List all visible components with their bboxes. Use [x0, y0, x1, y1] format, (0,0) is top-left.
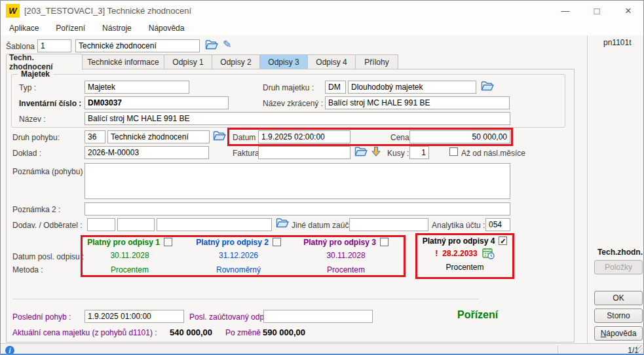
analytika-uctu-label: Analytika účtu :: [432, 221, 485, 230]
odpisy-1-date: 30.11.2028: [110, 251, 149, 260]
dodavatel-folder-icon[interactable]: [276, 217, 289, 229]
odpisy-column-2: Platný pro odpisy 2 31.12.2026 Rovnoměrn…: [189, 237, 288, 274]
aktualni-cena-value: 540 000,00: [170, 327, 212, 337]
po-zmene-value: 590 000,00: [263, 327, 305, 337]
tab-technicke-informace[interactable]: Technické informace: [82, 54, 164, 69]
analytika-uctu-input[interactable]: [485, 218, 510, 231]
sablona-name-input[interactable]: [75, 39, 200, 52]
majetek-group-label: Majetek: [18, 69, 53, 79]
calendar-clock-icon[interactable]: [482, 248, 495, 259]
az-od-mesice-checkbox[interactable]: [449, 147, 458, 156]
page-code: pn1101t: [603, 38, 632, 47]
odpisy-column-1: Platný pro odpisy 1 30.11.2028 Procentem: [81, 237, 179, 274]
menu-porizeni[interactable]: Pořízení: [47, 20, 94, 35]
posledni-pohyb-input[interactable]: [85, 310, 184, 323]
tab-odpisy-1[interactable]: Odpisy 1: [164, 54, 212, 69]
typ-input[interactable]: [85, 81, 189, 94]
app-logo-icon: W: [6, 4, 20, 18]
polozky-button[interactable]: Položky: [594, 260, 643, 274]
odpisy-1-label: Platný pro odpisy 1: [87, 238, 160, 247]
window-title: [203_TESTOVACI_3] Technické zhodnocení: [24, 6, 191, 16]
odpisy-2-checkbox[interactable]: [273, 238, 281, 246]
status-bar-separator: [558, 345, 558, 354]
dodavatel-input-2[interactable]: [117, 218, 155, 231]
typ-label: Typ :: [19, 83, 36, 92]
close-button[interactable]: ✕: [618, 3, 639, 18]
datum-label: Datum :: [233, 133, 260, 142]
odpisy-4-label: Platný pro odpisy 4: [423, 236, 495, 246]
odpisy-2-label: Platný pro odpisy 2: [196, 238, 269, 247]
kusy-label: Kusy :: [387, 149, 409, 158]
template-open-folder-icon[interactable]: [205, 39, 218, 50]
menu-nastroje[interactable]: Nástroje: [94, 20, 140, 35]
side-panel-section-label: Tech.zhodn.: [589, 248, 643, 257]
nazev-label: Název :: [19, 115, 46, 124]
odpisy-4-checkbox[interactable]: ✓: [499, 236, 507, 245]
posledni-pohyb-label: Poslední pohyb :: [12, 312, 71, 322]
az-od-mesice-label: Až od násl.měsíce: [461, 149, 525, 158]
menu-napoveda[interactable]: Nápověda: [140, 20, 193, 35]
maximize-button[interactable]: □: [586, 3, 607, 18]
dodavatel-input-1[interactable]: [87, 218, 115, 231]
odpisy-3-method: Procentem: [327, 265, 365, 274]
odpisy-column-4: Platný pro odpisy 4 ✓ ! 28.2.2033 Procen…: [418, 236, 512, 272]
odpisy-3-date: 30.11.2028: [326, 251, 365, 260]
napoveda-button[interactable]: Nápověda: [594, 326, 643, 341]
cena-input[interactable]: [409, 130, 510, 143]
tab-techn-zhodnoceni[interactable]: Techn. zhodnocení: [6, 54, 83, 69]
tab-odpisy-4[interactable]: Odpisy 4: [307, 54, 356, 69]
application-window: W [203_TESTOVACI_3] Technické zhodnocení…: [0, 0, 644, 355]
posl-zauctovany-odpis-label: Posl. zaúčtovaný odpis :: [189, 312, 274, 322]
druh-majetku-name-input[interactable]: [348, 81, 476, 94]
druh-pohybu-folder-icon[interactable]: [213, 130, 226, 141]
aktualni-cena-label: Aktuální cena majetku (z pohybů d1101) :: [12, 328, 157, 337]
druh-pohybu-label: Druh pohybu:: [12, 133, 60, 142]
tab-strip: Techn. zhodnocení Technické informace Od…: [6, 54, 398, 69]
side-panel-divider: [587, 35, 588, 343]
nazev-zkraceny-input[interactable]: [325, 96, 510, 109]
odpisy-2-method: Rovnoměrný: [216, 265, 261, 274]
doklad-label: Doklad :: [12, 149, 41, 158]
minimize-button[interactable]: —: [555, 3, 576, 18]
faktura-input[interactable]: [258, 146, 350, 159]
jine-datum-label: Jiné datum zaúčt. :: [292, 221, 358, 230]
nazev-input[interactable]: [85, 112, 510, 125]
datum-posl-odpisu-label: Datum posl. odpisu :: [12, 252, 84, 261]
odpisy-3-checkbox[interactable]: [380, 238, 388, 246]
metoda-label: Metoda :: [12, 265, 43, 274]
inventarni-cislo-input[interactable]: [85, 96, 229, 109]
import-download-arrow-icon[interactable]: [371, 146, 381, 157]
tab-prilohy[interactable]: Přílohy: [355, 54, 398, 69]
porizeni-status-label: Pořízení: [457, 309, 498, 321]
info-icon[interactable]: i: [5, 346, 14, 355]
faktura-folder-icon[interactable]: [354, 146, 368, 157]
druh-majetku-folder-icon[interactable]: [481, 81, 494, 92]
napoveda-button-label: Nápověda: [601, 329, 637, 338]
edit-pencil-icon[interactable]: ✎: [223, 38, 231, 50]
druh-pohybu-name-input[interactable]: [107, 130, 210, 143]
druh-pohybu-code-input[interactable]: [85, 130, 105, 143]
druh-majetku-code-input[interactable]: [325, 81, 346, 94]
tab-odpisy-2[interactable]: Odpisy 2: [212, 54, 260, 69]
odpisy-1-checkbox[interactable]: [164, 238, 172, 246]
odpisy-4-warning: !: [435, 249, 438, 258]
sablona-number-input[interactable]: [37, 39, 71, 52]
cena-label: Cena: [390, 133, 409, 142]
dodavatel-input-3[interactable]: [157, 218, 272, 231]
tab-odpisy-3[interactable]: Odpisy 3: [259, 54, 308, 69]
sablona-label: Šablona :: [6, 42, 39, 51]
druh-majetku-label: Druh majetku :: [263, 83, 314, 92]
resize-grip[interactable]: [635, 345, 643, 353]
menu-aplikace[interactable]: Aplikace: [1, 20, 47, 35]
nazev-zkraceny-label: Název zkrácený :: [263, 99, 323, 108]
poznamka-textarea[interactable]: [85, 163, 510, 199]
ok-button[interactable]: OK: [594, 291, 643, 305]
datum-input[interactable]: [258, 130, 350, 143]
poznamka2-input[interactable]: [85, 202, 510, 215]
doklad-input[interactable]: [85, 146, 209, 159]
posl-zauctovany-odpis-input[interactable]: [263, 310, 373, 323]
kusy-input[interactable]: [409, 146, 429, 159]
jine-datum-input[interactable]: [349, 218, 428, 231]
storno-button[interactable]: Storno: [594, 308, 643, 323]
menu-bar: Aplikace Pořízení Nástroje Nápověda: [1, 20, 643, 35]
